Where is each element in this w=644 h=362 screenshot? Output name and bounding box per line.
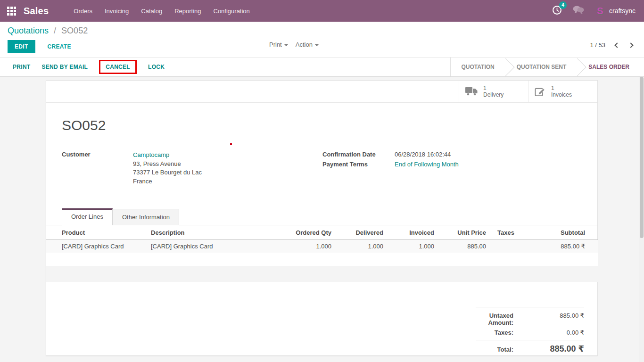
untaxed-amount-value: 885.00 ₹ [513,312,584,319]
edit-note-icon [535,87,546,97]
cell-invoiced: 1.000 [383,240,434,253]
payment-terms-label: Payment Terms [322,161,395,168]
col-header-invoiced[interactable]: Invoiced [383,225,434,240]
statusbar: PRINT SEND BY EMAIL CANCEL LOCK QUOTATIO… [0,57,644,77]
confirmation-date-value: 06/28/2018 16:02:44 [395,151,451,158]
nav-menu-configuration[interactable]: Configuration [207,0,256,22]
customer-row: Customer Camptocamp 93, Press Avenue 733… [62,151,322,186]
activity-count-badge: 4 [559,1,567,9]
activities-button[interactable]: 4 [552,5,562,17]
customer-address-line: 73377 Le Bourget du Lac [133,168,202,177]
pager-previous-icon[interactable] [614,42,619,48]
customer-label: Customer [62,151,133,186]
col-header-subtotal[interactable]: Subtotal [533,225,598,240]
order-line-row[interactable]: [CARD] Graphics Card [CARD] Graphics Car… [46,240,598,253]
nav-menu-reporting[interactable]: Reporting [168,0,207,22]
pager-value: 1 / 53 [590,41,605,49]
tab-order-lines[interactable]: Order Lines [62,208,113,225]
customer-value: Camptocamp 93, Press Avenue 73377 Le Bou… [133,151,202,186]
print-button[interactable]: PRINT [13,64,31,70]
taxes-label: Taxes: [476,329,513,336]
scrollbar-thumb[interactable] [640,77,644,238]
confirmation-date-row: Confirmation Date 06/28/2018 16:02:44 [322,151,597,158]
create-button[interactable]: CREATE [45,43,74,50]
col-header-delivered[interactable]: Delivered [331,225,383,240]
taxes-value: 0.00 ₹ [513,329,584,336]
control-panel-dropdowns: Print Action [269,41,319,48]
user-menu[interactable]: S craftsync [595,6,636,16]
print-dropdown[interactable]: Print [269,41,288,48]
cancel-button-highlight-box: CANCEL [99,60,137,74]
col-header-ordered-qty[interactable]: Ordered Qty [280,225,331,240]
navbar-right: 4 S craftsync [552,5,636,17]
control-panel-actions: EDIT CREATE [8,40,644,53]
cell-unit-price: 885.00 [434,240,486,253]
invoices-smart-button-text: 1 Invoices [551,85,572,98]
delivery-label: Delivery [483,91,504,98]
breadcrumb-separator: / [54,26,56,35]
user-name: craftsync [609,7,636,15]
smart-buttons-row: 1 Delivery 1 Invoices [46,81,597,103]
col-header-taxes[interactable]: Taxes [486,225,533,240]
col-header-product[interactable]: Product [46,225,151,240]
customer-address-line: 93, Press Avenue [133,160,202,169]
lock-button[interactable]: LOCK [148,64,165,70]
nav-menu-invoicing[interactable]: Invoicing [99,0,135,22]
invoices-count: 1 [551,85,572,91]
cell-delivered: 1.000 [331,240,383,253]
messages-button[interactable] [572,5,585,16]
order-info-right: Confirmation Date 06/28/2018 16:02:44 Pa… [322,151,597,189]
total-row: Total: 885.00 ₹ [476,340,584,355]
pager-next-icon[interactable] [628,42,633,48]
state-sales-order[interactable]: SALES ORDER [579,64,638,70]
cell-ordered-qty: 1.000 [280,240,331,253]
nav-menu-catalog[interactable]: Catalog [135,0,168,22]
sheet-body: SO052 Customer Camptocamp 93, Press Aven… [46,117,597,355]
state-quotation-sent[interactable]: QUOTATION SENT [508,64,576,70]
state-arrow-icon [569,58,586,76]
app-name[interactable]: Sales [24,6,49,16]
scrollbar [639,77,644,362]
cell-description: [CARD] Graphics Card [151,240,280,253]
apps-grid-icon[interactable] [7,6,17,16]
main-content: 1 Delivery 1 Invoices SO052 [0,77,644,362]
invoices-smart-button[interactable]: 1 Invoices [528,81,597,102]
table-header-row: Product Description Ordered Qty Delivere… [46,225,598,240]
state-quotation[interactable]: QUOTATION [453,64,504,70]
action-dropdown[interactable]: Action [296,41,319,48]
total-value: 885.00 ₹ [513,344,584,354]
control-panel: Quotations / SO052 EDIT CREATE Print Act… [0,22,644,57]
tab-other-information[interactable]: Other Information [113,209,179,225]
red-dot-marker [230,143,232,145]
payment-terms-row: Payment Terms End of Following Month [322,161,597,168]
col-header-unit-price[interactable]: Unit Price [434,225,486,240]
customer-link[interactable]: Camptocamp [133,151,202,160]
order-info-left: Customer Camptocamp 93, Press Avenue 733… [62,151,322,189]
user-avatar: S [595,6,605,16]
delivery-smart-button[interactable]: 1 Delivery [459,81,528,102]
state-arrow-icon [496,58,514,76]
edit-button[interactable]: EDIT [8,40,35,53]
cell-product: [CARD] Graphics Card [46,240,151,253]
payment-terms-link[interactable]: End of Following Month [395,161,459,168]
nav-menus: Orders Invoicing Catalog Reporting Confi… [67,0,256,22]
confirmation-date-label: Confirmation Date [322,151,395,158]
customer-address-line: France [133,177,202,186]
total-label: Total: [476,346,513,353]
delivery-smart-button-text: 1 Delivery [483,85,504,98]
breadcrumb-quotations[interactable]: Quotations [8,26,49,35]
breadcrumb: Quotations / SO052 [8,26,644,36]
nav-menu-orders[interactable]: Orders [67,0,99,22]
pager: 1 / 53 [590,41,633,49]
statusbar-buttons: PRINT SEND BY EMAIL CANCEL LOCK [0,58,165,76]
send-by-email-button[interactable]: SEND BY EMAIL [42,64,88,70]
invoices-label: Invoices [551,91,572,98]
col-header-description[interactable]: Description [151,225,280,240]
statusbar-states: QUOTATION QUOTATION SENT SALES ORDER [450,58,644,76]
chevron-down-icon [284,44,288,46]
cell-subtotal: 885.00 ₹ [533,240,598,253]
breadcrumb-current: SO052 [61,26,88,35]
cancel-button[interactable]: CANCEL [106,64,130,70]
chat-bubbles-icon [572,5,585,15]
taxes-row: Taxes: 0.00 ₹ [476,328,584,337]
